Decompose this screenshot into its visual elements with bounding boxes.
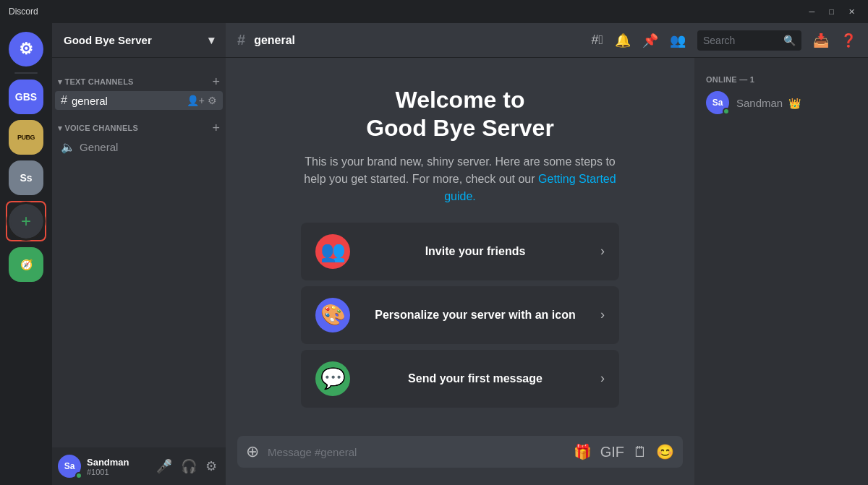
welcome-section: Welcome toGood Bye Server This is your b…	[301, 86, 619, 408]
settings-icon[interactable]: ⚙	[208, 95, 217, 106]
discord-logo-icon: ⚙	[19, 40, 33, 59]
speaker-icon: 🔈	[61, 140, 75, 154]
emoji-icon[interactable]: 😊	[656, 443, 674, 460]
user-name: Sandman	[87, 457, 148, 468]
member-avatar-sandman: Sa	[706, 91, 729, 114]
minimize-button[interactable]: ─	[805, 6, 820, 18]
chat-column: Welcome toGood Bye Server This is your b…	[226, 58, 694, 485]
server-name: Good Bye Server	[64, 34, 152, 46]
user-tag: #1001	[87, 468, 148, 476]
server-sidebar-divider	[14, 72, 38, 74]
text-channels-label: ▾ TEXT CHANNELS	[58, 77, 134, 87]
close-button[interactable]: ✕	[844, 6, 859, 18]
channel-item-general[interactable]: # general 👤+ ⚙	[55, 91, 223, 110]
action-cards: 👥 Invite your friends › 🎨 Personalize yo…	[301, 223, 619, 408]
action-card-personalize-label: Personalize your server with an icon	[362, 309, 589, 322]
channel-list: ▾ TEXT CHANNELS + # general 👤+ ⚙ ▾ VOICE…	[52, 58, 226, 447]
channel-header-name: general	[254, 34, 295, 47]
server-icon-ss-label: Ss	[20, 172, 32, 184]
sticker-icon[interactable]: 🗒	[633, 444, 647, 460]
help-icon[interactable]: ❓	[841, 33, 856, 48]
compass-icon: 🧭	[20, 259, 33, 270]
category-voice-collapse-icon: ▾	[58, 124, 65, 132]
text-channels-category: ▾ TEXT CHANNELS +	[52, 64, 226, 91]
channel-name-general-voice: General	[80, 141, 217, 153]
server-icon-explore[interactable]: 🧭	[9, 247, 43, 282]
inbox-icon[interactable]: 📥	[813, 33, 829, 48]
server-header-chevron-icon: ▾	[208, 33, 214, 47]
channel-header: # general #⃣ 🔔 📌 👥 🔍 📥 ❓	[226, 23, 868, 58]
member-name-sandman: Sandman 👑	[736, 97, 801, 109]
microphone-icon[interactable]: 🎤	[153, 455, 175, 477]
user-settings-icon[interactable]: ⚙	[203, 455, 220, 477]
user-status-dot	[75, 472, 82, 479]
voice-channels-label: ▾ VOICE CHANNELS	[58, 124, 138, 133]
add-server-button[interactable]: +	[9, 204, 43, 239]
header-icons: #⃣ 🔔 📌 👥 🔍 📥 ❓	[591, 30, 856, 51]
hash-icon: #	[61, 94, 67, 107]
member-avatar-initials-sandman: Sa	[712, 98, 723, 108]
action-card-message-icon: 💬	[315, 361, 350, 396]
user-avatar: Sa	[58, 455, 81, 478]
action-card-invite-label: Invite your friends	[362, 245, 589, 258]
message-input-area: ⊕ 🎁 GIF 🗒 😊	[226, 436, 694, 485]
action-card-invite[interactable]: 👥 Invite your friends ›	[301, 223, 619, 280]
members-icon[interactable]: 👥	[670, 33, 686, 48]
chat-area: Welcome toGood Bye Server This is your b…	[226, 58, 694, 436]
app-body: ⚙ GBS PUBG Ss + 🧭 Good Bye Server	[0, 23, 868, 485]
member-category-online: ONLINE — 1	[700, 69, 862, 87]
server-icon-gbs-label: GBS	[15, 91, 37, 103]
gif-icon[interactable]: GIF	[600, 444, 624, 460]
action-card-invite-arrow-icon: ›	[600, 244, 605, 259]
server-icon-pubg[interactable]: PUBG	[9, 120, 43, 155]
add-server-highlight: +	[6, 201, 46, 241]
member-status-dot-sandman	[723, 108, 730, 115]
notifications-icon[interactable]: 🔔	[615, 33, 631, 48]
message-input[interactable]	[268, 446, 565, 458]
action-card-personalize-arrow-icon: ›	[600, 307, 605, 322]
server-icon-gbs[interactable]: GBS	[9, 80, 43, 114]
user-panel: Sa Sandman #1001 🎤 🎧 ⚙	[52, 447, 226, 485]
action-card-personalize[interactable]: 🎨 Personalize your server with an icon ›	[301, 286, 619, 344]
search-box[interactable]: 🔍	[697, 30, 801, 51]
headphone-icon[interactable]: 🎧	[178, 455, 200, 477]
action-card-message-label: Send your first message	[362, 372, 589, 385]
server-icon-pubg-label: PUBG	[17, 134, 35, 141]
maximize-button[interactable]: □	[825, 6, 838, 18]
action-card-personalize-icon: 🎨	[315, 298, 350, 332]
message-attach-button[interactable]: ⊕	[246, 444, 259, 460]
invite-icon[interactable]: 👤+	[187, 95, 205, 106]
search-input[interactable]	[703, 35, 779, 46]
member-list: ONLINE — 1 Sa Sandman 👑	[694, 58, 868, 485]
pinned-icon[interactable]: 📌	[642, 33, 658, 48]
main-content: # general #⃣ 🔔 📌 👥 🔍 📥 ❓	[226, 23, 868, 485]
member-badge-sandman: 👑	[788, 98, 801, 109]
user-controls: 🎤 🎧 ⚙	[153, 455, 220, 477]
action-card-invite-icon: 👥	[315, 234, 350, 269]
add-voice-channel-button[interactable]: +	[212, 121, 220, 134]
server-header[interactable]: Good Bye Server ▾	[52, 23, 226, 58]
message-input-box: ⊕ 🎁 GIF 🗒 😊	[237, 436, 683, 468]
server-icon-discord[interactable]: ⚙	[9, 32, 43, 66]
search-icon: 🔍	[783, 35, 796, 46]
action-card-message-arrow-icon: ›	[600, 371, 605, 386]
action-card-message[interactable]: 💬 Send your first message ›	[301, 350, 619, 408]
voice-channels-category: ▾ VOICE CHANNELS +	[52, 110, 226, 137]
member-item-sandman[interactable]: Sa Sandman 👑	[700, 87, 862, 119]
title-bar-controls: ─ □ ✕	[805, 6, 859, 18]
welcome-title: Welcome toGood Bye Server	[366, 86, 554, 142]
server-icon-ss[interactable]: Ss	[9, 160, 43, 195]
category-collapse-icon: ▾	[58, 77, 65, 86]
user-info: Sandman #1001	[87, 457, 148, 476]
welcome-description: This is your brand new, shiny server. He…	[301, 153, 619, 205]
channel-header-hash-icon: #	[237, 32, 245, 48]
channel-item-general-voice[interactable]: 🔈 General	[55, 137, 223, 157]
gift-icon[interactable]: 🎁	[574, 443, 592, 460]
threads-icon[interactable]: #⃣	[591, 33, 603, 48]
message-tools: 🎁 GIF 🗒 😊	[574, 443, 674, 460]
channel-name-general: general	[72, 95, 182, 107]
title-bar: Discord ─ □ ✕	[0, 0, 868, 23]
server-sidebar: ⚙ GBS PUBG Ss + 🧭	[0, 23, 52, 485]
chat-member-wrapper: Welcome toGood Bye Server This is your b…	[226, 58, 868, 485]
add-text-channel-button[interactable]: +	[212, 75, 220, 88]
